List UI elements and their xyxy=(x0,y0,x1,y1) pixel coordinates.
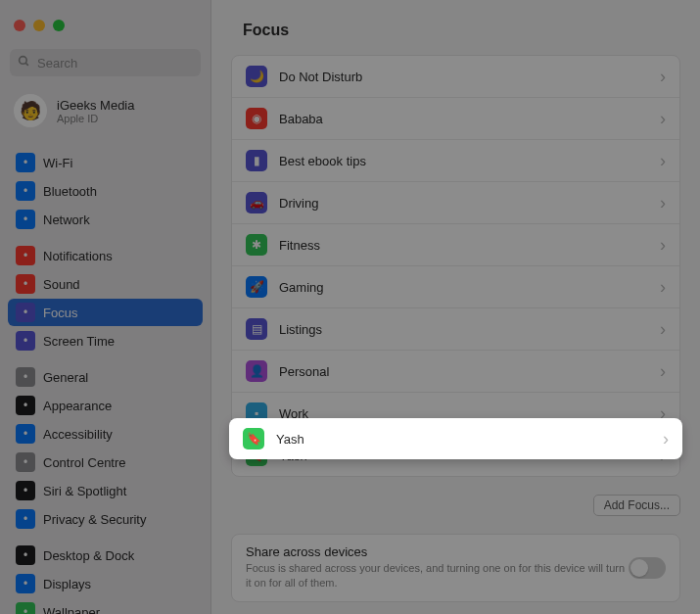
page-title: Focus xyxy=(211,0,700,55)
sidebar-item-label: Accessibility xyxy=(43,427,113,442)
sidebar-item-label: Siri & Spotlight xyxy=(43,484,126,498)
sidebar-item-privacy-security[interactable]: •Privacy & Security xyxy=(8,505,203,533)
focus-mode-label: Bababa xyxy=(279,112,660,126)
sidebar-item-label: Sound xyxy=(43,277,80,292)
main-panel: Focus 🌙Do Not Disturb›◉Bababa›▮Best eboo… xyxy=(211,0,700,614)
bell-icon: • xyxy=(16,246,35,265)
focus-mode-icon: 🚀 xyxy=(246,276,267,298)
wall-icon: • xyxy=(16,602,35,614)
sidebar-item-label: Screen Time xyxy=(43,334,115,349)
avatar: 🧑 xyxy=(14,94,47,127)
search-input[interactable] xyxy=(10,49,201,76)
account-name: iGeeks Media xyxy=(57,98,134,113)
chevron-right-icon: › xyxy=(660,151,666,171)
minimize-window-button[interactable] xyxy=(33,20,45,31)
sidebar-item-network[interactable]: •Network xyxy=(8,206,203,233)
account-text: iGeeks Media Apple ID xyxy=(57,98,134,124)
access-icon: • xyxy=(16,424,35,444)
focus-mode-label: Yash xyxy=(276,432,663,447)
sidebar: 🧑 iGeeks Media Apple ID •Wi-Fi•Bluetooth… xyxy=(0,0,211,614)
apple-id-account[interactable]: 🧑 iGeeks Media Apple ID xyxy=(0,86,210,141)
sidebar-item-label: Wi-Fi xyxy=(43,156,72,170)
siri-icon: • xyxy=(16,481,35,500)
sidebar-item-label: Notifications xyxy=(43,249,113,263)
close-window-button[interactable] xyxy=(14,20,25,31)
search-icon xyxy=(18,54,30,71)
focus-mode-icon: 👤 xyxy=(246,360,267,382)
sidebar-item-sound[interactable]: •Sound xyxy=(8,270,203,298)
sidebar-item-notifications[interactable]: •Notifications xyxy=(8,242,203,269)
focus-mode-label: Best ebook tips xyxy=(279,154,660,168)
sidebar-item-label: Appearance xyxy=(43,399,112,413)
sidebar-item-displays[interactable]: •Displays xyxy=(8,570,203,597)
dock-icon: • xyxy=(16,545,35,565)
fullscreen-window-button[interactable] xyxy=(53,20,65,31)
chevron-right-icon: › xyxy=(663,429,669,449)
sidebar-item-label: General xyxy=(43,370,88,385)
account-sub: Apple ID xyxy=(57,113,134,124)
focus-mode-label: Fitness xyxy=(279,238,660,253)
wifi-icon: • xyxy=(16,153,35,172)
focus-mode-listings[interactable]: ▤Listings› xyxy=(232,308,679,351)
focus-mode-label: Personal xyxy=(279,364,660,379)
chevron-right-icon: › xyxy=(660,67,666,87)
sidebar-item-bluetooth[interactable]: •Bluetooth xyxy=(8,177,203,205)
chevron-right-icon: › xyxy=(660,235,666,256)
sidebar-item-label: Focus xyxy=(43,306,77,320)
sidebar-item-wi-fi[interactable]: •Wi-Fi xyxy=(8,149,203,176)
settings-window: 🧑 iGeeks Media Apple ID •Wi-Fi•Bluetooth… xyxy=(0,0,700,614)
focus-mode-icon: ◉ xyxy=(246,108,267,129)
sidebar-item-siri-spotlight[interactable]: •Siri & Spotlight xyxy=(8,477,203,504)
sidebar-item-focus[interactable]: •Focus xyxy=(8,299,203,326)
focus-mode-icon: 🌙 xyxy=(246,66,267,87)
focus-mode-icon: ✱ xyxy=(246,234,267,256)
bt-icon: • xyxy=(16,181,35,201)
sidebar-item-desktop-dock[interactable]: •Desktop & Dock xyxy=(8,542,203,569)
hourglass-icon: • xyxy=(16,331,35,351)
add-focus-container: Add Focus... xyxy=(211,495,680,516)
focus-mode-yash-highlight[interactable]: 🔖 Yash › xyxy=(229,418,682,459)
share-panel: Share across devices Focus is shared acr… xyxy=(231,534,680,602)
sound-icon: • xyxy=(16,274,35,294)
sidebar-item-control-centre[interactable]: •Control Centre xyxy=(8,449,203,476)
sidebar-item-label: Network xyxy=(43,213,90,227)
focus-mode-driving[interactable]: 🚗Driving› xyxy=(232,182,679,224)
net-icon: • xyxy=(16,210,35,229)
sidebar-item-wallpaper[interactable]: •Wallpaper xyxy=(8,598,203,614)
focus-mode-personal[interactable]: 👤Personal› xyxy=(232,351,679,393)
appear-icon: • xyxy=(16,396,35,415)
window-controls xyxy=(0,8,210,43)
sidebar-item-general[interactable]: •General xyxy=(8,363,203,391)
svg-point-0 xyxy=(20,57,27,65)
focus-mode-label: Driving xyxy=(279,196,660,211)
sidebar-item-label: Control Centre xyxy=(43,455,126,470)
chevron-right-icon: › xyxy=(660,277,666,298)
focus-mode-fitness[interactable]: ✱Fitness› xyxy=(232,224,679,266)
sidebar-item-screen-time[interactable]: •Screen Time xyxy=(8,327,203,354)
chevron-right-icon: › xyxy=(660,109,666,129)
add-focus-button[interactable]: Add Focus... xyxy=(593,495,680,516)
share-toggle[interactable] xyxy=(629,557,666,579)
hand-icon: • xyxy=(16,509,35,529)
sidebar-item-label: Bluetooth xyxy=(43,184,97,199)
focus-mode-icon: 🚗 xyxy=(246,192,267,213)
share-title: Share across devices xyxy=(246,544,629,559)
sidebar-item-accessibility[interactable]: •Accessibility xyxy=(8,420,203,448)
moon-icon: • xyxy=(16,303,35,322)
focus-mode-label: Do Not Disturb xyxy=(279,70,660,84)
sidebar-item-appearance[interactable]: •Appearance xyxy=(8,392,203,419)
focus-modes-panel: 🌙Do Not Disturb›◉Bababa›▮Best ebook tips… xyxy=(231,55,680,477)
search-container xyxy=(10,49,201,76)
sidebar-item-label: Wallpaper xyxy=(43,605,100,615)
share-across-devices-row: Share across devices Focus is shared acr… xyxy=(232,535,679,601)
display-icon: • xyxy=(16,574,35,593)
chevron-right-icon: › xyxy=(660,193,666,213)
focus-mode-do-not-disturb[interactable]: 🌙Do Not Disturb› xyxy=(232,56,679,98)
focus-mode-icon: ▮ xyxy=(246,150,267,171)
focus-mode-gaming[interactable]: 🚀Gaming› xyxy=(232,266,679,308)
focus-mode-best-ebook-tips[interactable]: ▮Best ebook tips› xyxy=(232,140,679,182)
chevron-right-icon: › xyxy=(660,319,666,340)
bookmark-icon: 🔖 xyxy=(243,428,264,449)
focus-mode-label: Listings xyxy=(279,322,660,337)
focus-mode-bababa[interactable]: ◉Bababa› xyxy=(232,98,679,140)
